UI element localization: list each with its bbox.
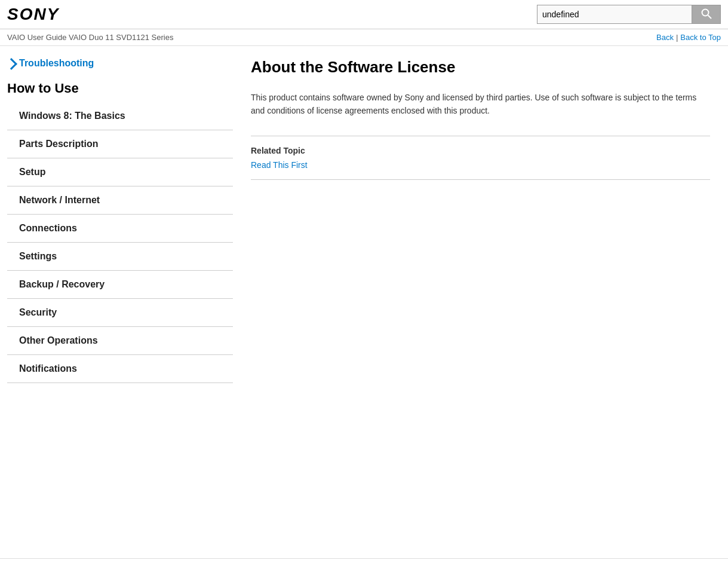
guide-title: VAIO User Guide VAIO Duo 11 SVD1121 Seri…	[7, 33, 173, 42]
content-area: About the Software License This product …	[233, 46, 728, 558]
sidebar-nav-item[interactable]: Windows 8: The Basics	[7, 102, 233, 130]
sidebar-nav-item[interactable]: Network / Internet	[7, 186, 233, 215]
troubleshooting-link[interactable]: Troubleshooting	[7, 58, 233, 69]
breadcrumb-bar: VAIO User Guide VAIO Duo 11 SVD1121 Seri…	[0, 29, 728, 46]
sidebar-nav-item[interactable]: Setup	[7, 158, 233, 186]
sidebar-nav-item[interactable]: Security	[7, 299, 233, 327]
sidebar-nav-item[interactable]: Notifications	[7, 355, 233, 383]
svg-point-0	[702, 9, 708, 16]
chevron-right-icon	[5, 58, 17, 70]
search-icon	[701, 8, 712, 20]
footer: © 2012 Sony Corporation	[0, 558, 728, 566]
sidebar-nav-item[interactable]: Settings	[7, 243, 233, 271]
sony-logo: SONY	[7, 5, 59, 24]
page-body: This product contains software owned by …	[251, 91, 710, 118]
search-area	[537, 5, 721, 24]
back-link[interactable]: Back	[656, 33, 674, 42]
logo-area: SONY	[7, 5, 59, 24]
back-to-top-link[interactable]: Back to Top	[680, 33, 721, 42]
related-topic-link[interactable]: Read This First	[251, 160, 308, 170]
nav-separator: |	[676, 33, 678, 42]
sidebar-nav-item[interactable]: Parts Description	[7, 130, 233, 158]
sidebar-nav-item[interactable]: Other Operations	[7, 327, 233, 355]
related-topic-label: Related Topic	[251, 146, 710, 155]
sidebar-nav-item[interactable]: Connections	[7, 215, 233, 243]
header: SONY	[0, 0, 728, 29]
how-to-use-title: How to Use	[7, 81, 233, 96]
main-layout: Troubleshooting How to Use Windows 8: Th…	[0, 46, 728, 558]
sidebar: Troubleshooting How to Use Windows 8: Th…	[0, 46, 233, 558]
search-input[interactable]	[537, 5, 692, 24]
page-title: About the Software License	[251, 58, 710, 77]
related-topic-bottom-divider	[251, 179, 710, 180]
sidebar-nav-list: Windows 8: The BasicsParts DescriptionSe…	[7, 102, 233, 383]
related-topic-divider	[251, 136, 710, 136]
nav-links: Back | Back to Top	[656, 33, 721, 42]
search-button[interactable]	[692, 5, 721, 24]
sidebar-nav-item[interactable]: Backup / Recovery	[7, 271, 233, 299]
svg-line-1	[708, 15, 711, 19]
troubleshooting-label: Troubleshooting	[19, 58, 94, 69]
